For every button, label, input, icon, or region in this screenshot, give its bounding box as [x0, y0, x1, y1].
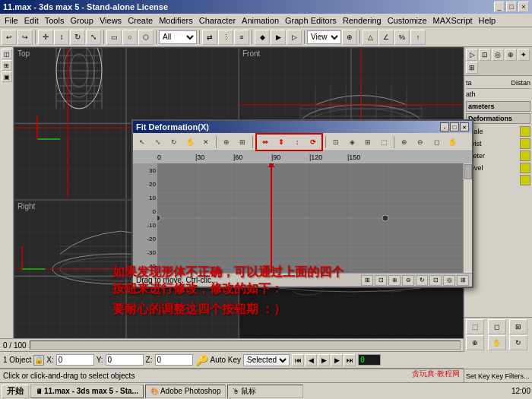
dlg-stat-btn8[interactable]: ⊞: [457, 275, 469, 286]
deform-bevel-swatch[interactable]: [520, 163, 530, 173]
parameters-rollout[interactable]: ameters: [466, 101, 530, 112]
play-button[interactable]: ▶: [318, 354, 330, 366]
dialog-tb-insert[interactable]: ⊞: [235, 135, 250, 149]
panel-tab-display[interactable]: ✦: [518, 49, 530, 61]
percent-snap-toggle[interactable]: %: [394, 30, 410, 45]
menu-animation[interactable]: Animation: [239, 16, 282, 25]
mirror-button[interactable]: ⇄: [202, 30, 217, 45]
material-editor-button[interactable]: ◆: [255, 30, 270, 45]
taskbar-item-0[interactable]: 🖥 11.max - 3ds max 5 - Sta...: [30, 385, 144, 398]
dialog-tb-rotate[interactable]: ↻: [166, 135, 182, 149]
dialog-tb-sym-v[interactable]: ⇕: [274, 135, 289, 149]
dialog-tb-showgrid[interactable]: ⊞: [360, 135, 375, 149]
next-frame-button[interactable]: ▶: [331, 354, 343, 366]
deformations-rollout[interactable]: Deformations: [466, 113, 530, 124]
dialog-tb-sym-r[interactable]: ⟳: [306, 135, 321, 149]
menu-tools[interactable]: Tools: [42, 16, 68, 25]
menu-edit[interactable]: Edit: [21, 16, 42, 25]
panel-tab-motion[interactable]: ⊕: [505, 49, 517, 61]
snap-toggle[interactable]: △: [363, 30, 378, 45]
panel-tab-modify[interactable]: ⊡: [479, 49, 491, 61]
timeline-track[interactable]: [30, 340, 461, 350]
start-button[interactable]: 开始: [2, 385, 29, 398]
menu-customize[interactable]: Customize: [385, 16, 430, 25]
menu-rendering[interactable]: Rendering: [340, 16, 385, 25]
deform-twist-swatch[interactable]: [520, 138, 530, 149]
left-tb-1[interactable]: ◫: [2, 49, 12, 59]
maximize-button[interactable]: □: [506, 2, 517, 12]
angle-snap-toggle[interactable]: ∠: [378, 30, 394, 45]
panel-tab-hierarchy[interactable]: ◎: [492, 49, 504, 61]
menu-character[interactable]: Character: [196, 16, 239, 25]
nav-arc-rotate[interactable]: ↻: [509, 335, 527, 350]
dialog-tb-move[interactable]: ↖: [135, 135, 150, 149]
dlg-stat-btn7[interactable]: ◎: [443, 275, 455, 286]
panel-tab-create[interactable]: ▷: [466, 49, 478, 61]
menu-group[interactable]: Group: [67, 16, 97, 25]
graph-scrollbar-thumb[interactable]: [464, 164, 472, 179]
lock-selection-button[interactable]: 🔒: [33, 355, 44, 366]
undo-button[interactable]: ↩: [2, 30, 17, 45]
dialog-tb-sym-d[interactable]: ↕: [290, 135, 305, 149]
nav-pan[interactable]: ✋: [488, 335, 506, 350]
dialog-minimize[interactable]: -: [440, 122, 449, 131]
deform-fit-swatch[interactable]: [520, 175, 530, 185]
minimize-button[interactable]: _: [494, 2, 505, 12]
select-button[interactable]: ✛: [38, 30, 53, 45]
dialog-tb-pan[interactable]: ✋: [182, 135, 198, 149]
move-button[interactable]: ↕: [54, 30, 69, 45]
left-tb-3[interactable]: ▣: [2, 71, 12, 82]
scale-button[interactable]: ⤡: [86, 30, 101, 45]
spinner-snap-toggle[interactable]: ↑: [410, 30, 426, 45]
dlg-stat-btn5[interactable]: ↻: [416, 275, 428, 286]
menu-help[interactable]: Help: [476, 16, 499, 25]
dialog-tb-delete[interactable]: ✕: [198, 135, 214, 149]
dialog-tb-showvert[interactable]: ◈: [344, 135, 359, 149]
pivot-button[interactable]: ⊕: [342, 30, 357, 45]
taskbar-item-2[interactable]: 🖱 鼠标: [227, 385, 303, 398]
menu-graph-editors[interactable]: Graph Editors: [282, 16, 340, 25]
y-input[interactable]: [106, 354, 144, 366]
dlg-stat-btn6[interactable]: ⊡: [429, 275, 442, 286]
z-input[interactable]: [155, 354, 193, 366]
panel-tab-utilities[interactable]: ⊞: [466, 62, 478, 74]
x-input[interactable]: [56, 354, 94, 366]
menu-file[interactable]: File: [2, 16, 21, 25]
named-selection-dropdown[interactable]: All: [159, 30, 197, 44]
goto-end-button[interactable]: ⏭: [344, 354, 356, 366]
dlg-stat-btn3[interactable]: ⊕: [388, 275, 401, 286]
ref-coord-dropdown[interactable]: View: [307, 30, 341, 44]
dialog-maximize[interactable]: □: [450, 122, 459, 131]
dialog-close[interactable]: ×: [460, 122, 469, 131]
dialog-tb-sym-h[interactable]: ⇔: [258, 135, 273, 149]
nav-zoom-selected[interactable]: ◻: [488, 319, 506, 334]
rotate-button[interactable]: ↻: [70, 30, 85, 45]
fence-select[interactable]: ⬡: [138, 30, 154, 45]
dialog-tb-lock[interactable]: ⊡: [328, 135, 344, 149]
deform-teeter-swatch[interactable]: [520, 150, 530, 161]
array-button[interactable]: ⋮: [218, 30, 233, 45]
nav-zoom-region[interactable]: ⊞: [509, 319, 527, 334]
rectangle-select[interactable]: ▭: [106, 30, 122, 45]
dialog-tb-zoomreg[interactable]: ◻: [429, 135, 444, 149]
dialog-tb-insertcorner[interactable]: ⊕: [219, 135, 234, 149]
goto-start-button[interactable]: ⏮: [292, 354, 304, 366]
prev-frame-button[interactable]: ◀: [305, 354, 317, 366]
align-button[interactable]: ≡: [234, 30, 249, 45]
frame-input[interactable]: [358, 354, 381, 366]
render-scene-button[interactable]: ▶: [271, 30, 286, 45]
deform-scale-swatch[interactable]: [520, 126, 530, 137]
dialog-tb-pan2[interactable]: ✋: [445, 135, 460, 149]
menu-maxscript[interactable]: MAXScript: [430, 16, 476, 25]
close-button[interactable]: ×: [518, 2, 529, 12]
nav-zoom-extents[interactable]: ⬚: [466, 319, 484, 334]
selection-dropdown[interactable]: Selected: [243, 354, 290, 366]
dialog-tb-scale[interactable]: ⤡: [150, 135, 166, 149]
graph-scrollbar[interactable]: [463, 163, 472, 273]
taskbar-item-1[interactable]: 🎨 Adobe Photoshop: [145, 385, 226, 398]
redo-button[interactable]: ↪: [17, 30, 33, 45]
menu-views[interactable]: Views: [97, 16, 125, 25]
dialog-tb-zoomout[interactable]: ⊖: [413, 135, 428, 149]
menu-create[interactable]: Create: [125, 16, 156, 25]
dialog-tb-zoom[interactable]: ⊕: [397, 135, 412, 149]
